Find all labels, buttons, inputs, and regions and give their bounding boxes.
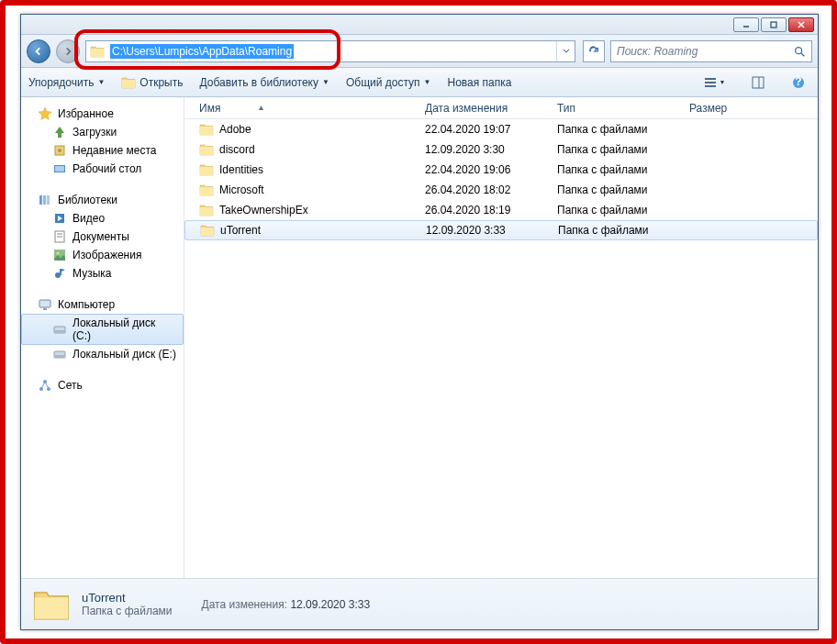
new-folder-button[interactable]: Новая папка: [447, 76, 511, 89]
view-mode-button[interactable]: ▼: [698, 72, 730, 93]
folder-icon: [200, 223, 215, 238]
svg-line-3: [801, 52, 805, 56]
details-date: Дата изменения: 12.09.2020 3:33: [202, 598, 371, 611]
sidebar-item[interactable]: Документы: [21, 228, 184, 246]
item-icon: [52, 143, 67, 158]
file-row[interactable]: TakeOwnershipEx26.04.2020 18:19Папка с ф…: [184, 200, 818, 220]
svg-rect-7: [753, 77, 764, 88]
svg-rect-30: [55, 330, 64, 332]
item-icon: [52, 161, 67, 176]
column-name[interactable]: Имя▲: [192, 102, 418, 115]
item-icon: [52, 229, 67, 244]
sidebar-computer-header[interactable]: Компьютер: [21, 295, 184, 314]
svg-rect-27: [39, 300, 50, 307]
svg-rect-26: [60, 269, 61, 275]
open-button[interactable]: Открыть: [121, 75, 183, 90]
minimize-button[interactable]: [733, 17, 759, 32]
content-area: Избранное ЗагрузкиНедавние местаРабочий …: [21, 97, 818, 578]
folder-icon: [90, 44, 105, 59]
file-row[interactable]: uTorrent12.09.2020 3:33Папка с файлами: [184, 220, 818, 240]
sidebar-item[interactable]: Видео: [21, 209, 184, 228]
folder-icon: [32, 585, 71, 624]
item-icon: [52, 322, 67, 337]
help-button[interactable]: ?: [787, 72, 810, 93]
file-list[interactable]: Adobe22.04.2020 19:07Папка с файламиdisc…: [184, 119, 818, 578]
item-icon: [52, 266, 67, 281]
navigation-sidebar: Избранное ЗагрузкиНедавние местаРабочий …: [21, 97, 184, 578]
svg-rect-28: [43, 308, 47, 310]
libraries-icon: [38, 193, 52, 207]
search-icon: [793, 45, 806, 58]
item-icon: [52, 248, 67, 262]
open-icon: [121, 75, 136, 90]
file-row[interactable]: Adobe22.04.2020 19:07Папка с файлами: [184, 119, 818, 139]
sidebar-item[interactable]: Изображения: [21, 246, 184, 264]
address-field[interactable]: C:\Users\Lumpics\AppData\Roaming: [85, 40, 575, 62]
details-type: Папка с файлами: [82, 605, 173, 617]
svg-rect-1: [771, 22, 776, 28]
folder-icon: [199, 203, 214, 217]
sidebar-item[interactable]: Музыка: [21, 264, 184, 283]
item-icon: [52, 211, 67, 226]
svg-rect-14: [55, 166, 64, 172]
svg-rect-15: [39, 195, 42, 205]
sidebar-favorites-header[interactable]: Избранное: [21, 105, 184, 123]
folder-icon: [199, 142, 214, 157]
file-list-pane: Имя▲ Дата изменения Тип Размер Adobe22.0…: [184, 97, 818, 578]
column-headers: Имя▲ Дата изменения Тип Размер: [184, 97, 818, 119]
details-name: uTorrent: [82, 591, 173, 605]
svg-rect-17: [47, 195, 50, 205]
search-placeholder: Поиск: Roaming: [617, 45, 698, 58]
close-button[interactable]: [788, 17, 814, 32]
refresh-button[interactable]: [583, 40, 605, 62]
svg-rect-6: [705, 85, 716, 87]
svg-rect-4: [705, 78, 716, 80]
search-field[interactable]: Поиск: Roaming: [610, 40, 812, 62]
svg-point-24: [57, 252, 60, 255]
share-menu[interactable]: Общий доступ▼: [346, 76, 431, 89]
star-icon: [38, 106, 52, 121]
address-dropdown[interactable]: [556, 41, 575, 61]
column-date[interactable]: Дата изменения: [418, 102, 550, 115]
svg-rect-32: [55, 355, 64, 357]
file-row[interactable]: Microsoft26.04.2020 18:02Папка с файлами: [184, 180, 818, 200]
folder-icon: [199, 122, 214, 137]
titlebar: [21, 15, 818, 35]
svg-rect-16: [43, 195, 46, 205]
sidebar-network-header[interactable]: Сеть: [21, 376, 184, 394]
file-row[interactable]: discord12.09.2020 3:30Папка с файлами: [184, 139, 818, 160]
address-bar-row: C:\Users\Lumpics\AppData\Roaming Поиск: …: [21, 35, 818, 68]
folder-icon: [199, 183, 214, 197]
sidebar-item[interactable]: Загрузки: [21, 123, 184, 141]
computer-icon: [38, 297, 52, 312]
item-icon: [52, 347, 67, 361]
svg-point-12: [58, 149, 61, 152]
column-size[interactable]: Размер: [682, 102, 774, 115]
item-icon: [52, 125, 67, 139]
svg-text:?: ?: [795, 75, 801, 88]
maximize-button[interactable]: [761, 17, 787, 32]
sort-indicator-icon: ▲: [257, 104, 264, 112]
details-pane: uTorrent Папка с файлами Дата изменения:…: [21, 578, 818, 629]
forward-button[interactable]: [56, 39, 80, 63]
sidebar-item[interactable]: Локальный диск (E:): [21, 345, 184, 363]
toolbar: Упорядочить▼ Открыть Добавить в библиоте…: [21, 68, 818, 97]
file-row[interactable]: Identities22.04.2020 19:06Папка с файлам…: [184, 160, 818, 180]
sidebar-item[interactable]: Локальный диск (C:): [21, 314, 184, 345]
add-to-library-menu[interactable]: Добавить в библиотеку▼: [199, 76, 329, 89]
organize-menu[interactable]: Упорядочить▼: [28, 76, 105, 89]
svg-point-2: [796, 47, 802, 53]
column-type[interactable]: Тип: [550, 102, 682, 115]
address-path: C:\Users\Lumpics\AppData\Roaming: [110, 44, 294, 59]
sidebar-item[interactable]: Недавние места: [21, 141, 184, 160]
sidebar-item[interactable]: Рабочий стол: [21, 160, 184, 178]
explorer-window: C:\Users\Lumpics\AppData\Roaming Поиск: …: [20, 14, 819, 630]
sidebar-libraries-header[interactable]: Библиотеки: [21, 191, 184, 209]
back-button[interactable]: [27, 39, 50, 63]
network-icon: [38, 378, 52, 393]
svg-rect-5: [705, 82, 716, 83]
preview-pane-button[interactable]: [746, 72, 770, 93]
folder-icon: [199, 162, 214, 177]
